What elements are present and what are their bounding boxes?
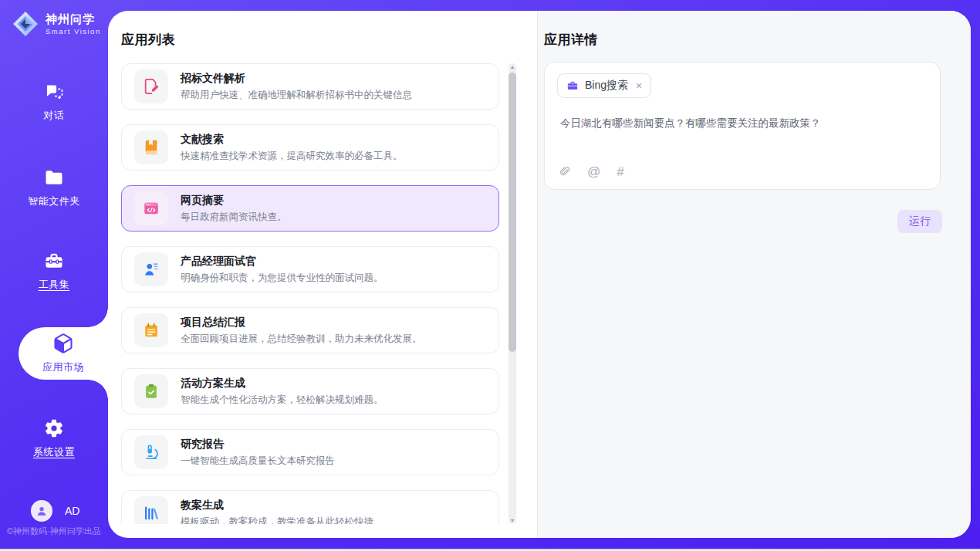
app-detail-panel: 应用详情 Bing搜索 × 今日湖北有哪些新闻要点？有哪些需要关注的最新政策？ … bbox=[537, 11, 971, 538]
app-card-desc: 智能生成个性化活动方案，轻松解决规划难题。 bbox=[181, 394, 384, 407]
at-mention-icon[interactable]: @ bbox=[587, 165, 600, 178]
sidebar-item-smart-folders[interactable]: 智能文件夹 bbox=[0, 167, 108, 208]
user-name: AD bbox=[65, 505, 79, 517]
app-card-title: 教案生成 bbox=[181, 499, 373, 512]
app-icon-tile bbox=[134, 69, 168, 103]
clipboard-check-icon bbox=[143, 383, 160, 400]
logo-diamond-icon bbox=[12, 10, 39, 38]
app-card-literature-search[interactable]: 文献搜索 快速精准查找学术资源，提高研究效率的必备工具。 bbox=[121, 124, 499, 171]
app-card-title: 文献搜索 bbox=[181, 133, 403, 147]
app-card-desc: 全面回顾项目进展，总结经验教训，助力未来优化发展。 bbox=[181, 333, 422, 346]
app-icon-tile bbox=[134, 374, 168, 408]
main-panel: 应用列表 招标文件解析 帮助用户快速、准确地理解和解析招标书中的关键信息 bbox=[108, 11, 971, 538]
tool-tag-label: Bing搜索 bbox=[585, 79, 628, 93]
briefcase-icon bbox=[566, 79, 579, 92]
app-icon-tile bbox=[134, 191, 168, 225]
sidebar-item-label: 对话 bbox=[44, 109, 65, 123]
scrollbar-thumb[interactable] bbox=[509, 73, 516, 352]
document-edit-icon bbox=[143, 78, 160, 95]
hash-icon[interactable]: # bbox=[617, 165, 623, 178]
sidebar-item-label: 系统设置 bbox=[33, 445, 75, 459]
app-card-title: 网页摘要 bbox=[181, 194, 287, 208]
scrollbar-down-icon[interactable]: ▼ bbox=[509, 518, 516, 523]
app-card-project-summary[interactable]: 项目总结汇报 全面回顾项目进展，总结经验教训，助力未来优化发展。 bbox=[121, 307, 499, 353]
sidebar-item-chat[interactable]: 对话 bbox=[0, 82, 108, 123]
app-card-title: 项目总结汇报 bbox=[181, 316, 422, 330]
sidebar-item-label: 工具集 bbox=[39, 278, 70, 292]
microscope-icon bbox=[143, 444, 160, 461]
prompt-toolbar: @ # bbox=[559, 165, 624, 178]
sidebar: 神州问学 Smart Vision 对话 智能文件夹 工具集 bbox=[0, 0, 108, 551]
app-list: 招标文件解析 帮助用户快速、准确地理解和解析招标书中的关键信息 文献搜索 快速精… bbox=[121, 63, 516, 524]
app-card-desc: 一键智能生成高质量长文本研究报告 bbox=[181, 455, 335, 468]
app-card-desc: 模板驱动，教案秒成，教学准备从此轻松快捷 bbox=[181, 516, 373, 525]
app-icon-tile bbox=[134, 435, 168, 469]
folder-icon bbox=[43, 167, 65, 188]
paperclip-icon[interactable] bbox=[559, 166, 571, 178]
app-card-title: 产品经理面试官 bbox=[181, 255, 384, 269]
app-icon-tile bbox=[134, 252, 168, 286]
app-detail-title: 应用详情 bbox=[544, 31, 598, 49]
user-account[interactable]: AD bbox=[31, 500, 79, 522]
gear-icon bbox=[43, 417, 65, 439]
sidebar-item-settings[interactable]: 系统设置 bbox=[0, 417, 108, 459]
run-button[interactable]: 运行 bbox=[897, 210, 942, 233]
app-card-title: 招标文件解析 bbox=[181, 72, 412, 86]
cube-icon bbox=[52, 333, 74, 354]
avatar bbox=[31, 500, 52, 522]
query-text[interactable]: 今日湖北有哪些新闻要点？有哪些需要关注的最新政策？ bbox=[560, 117, 923, 130]
app-card-pm-interviewer[interactable]: 产品经理面试官 明确身份和职责，为您提供专业性的面试问题。 bbox=[121, 246, 499, 292]
app-card-desc: 帮助用户快速、准确地理解和解析招标书中的关键信息 bbox=[181, 89, 412, 102]
tool-tag-bing-search[interactable]: Bing搜索 × bbox=[557, 73, 651, 98]
person-icon bbox=[35, 505, 48, 517]
app-card-web-summary[interactable]: 网页摘要 每日政府新闻资讯快查。 bbox=[121, 185, 499, 232]
scrollbar[interactable]: ▲ ▼ bbox=[509, 63, 516, 524]
book-icon bbox=[143, 139, 160, 156]
sidebar-item-toolset[interactable]: 工具集 bbox=[0, 250, 108, 292]
close-icon[interactable]: × bbox=[636, 79, 642, 92]
app-card-event-plan[interactable]: 活动方案生成 智能生成个性化活动方案，轻松解决规划难题。 bbox=[121, 368, 499, 414]
app-card-title: 活动方案生成 bbox=[181, 377, 384, 390]
app-card-desc: 明确身份和职责，为您提供专业性的面试问题。 bbox=[181, 272, 384, 285]
books-icon bbox=[143, 505, 160, 522]
brand-tagline: Smart Vision bbox=[46, 27, 101, 35]
browser-code-icon bbox=[143, 200, 160, 217]
app-card-desc: 快速精准查找学术资源，提高研究效率的必备工具。 bbox=[181, 150, 403, 163]
app-icon-tile bbox=[134, 130, 168, 164]
app-list-title: 应用列表 bbox=[121, 31, 175, 49]
prompt-card[interactable]: Bing搜索 × 今日湖北有哪些新闻要点？有哪些需要关注的最新政策？ @ # bbox=[544, 62, 941, 190]
footer-credit: ©神州数码·神州问学出品 bbox=[7, 526, 101, 537]
chat-icon bbox=[44, 82, 65, 103]
brand-name: 神州问学 bbox=[46, 12, 101, 27]
app-logo: 神州问学 Smart Vision bbox=[12, 10, 101, 38]
toolbox-icon bbox=[43, 250, 65, 272]
calendar-icon bbox=[143, 322, 160, 339]
sidebar-item-label: 智能文件夹 bbox=[28, 194, 80, 208]
sidebar-item-label: 应用市场 bbox=[42, 360, 84, 374]
app-card-desc: 每日政府新闻资讯快查。 bbox=[181, 211, 287, 224]
app-card-title: 研究报告 bbox=[181, 438, 335, 451]
sidebar-item-app-market[interactable]: 应用市场 bbox=[19, 327, 108, 380]
app-card-bid-analysis[interactable]: 招标文件解析 帮助用户快速、准确地理解和解析招标书中的关键信息 bbox=[121, 63, 499, 110]
app-icon-tile bbox=[134, 496, 168, 524]
app-card-research-report[interactable]: 研究报告 一键智能生成高质量长文本研究报告 bbox=[121, 429, 499, 475]
scrollbar-up-icon[interactable]: ▲ bbox=[509, 64, 516, 69]
interviewer-icon bbox=[143, 261, 160, 278]
app-card-lesson-plan[interactable]: 教案生成 模板驱动，教案秒成，教学准备从此轻松快捷 bbox=[121, 490, 499, 524]
app-icon-tile bbox=[134, 313, 168, 347]
